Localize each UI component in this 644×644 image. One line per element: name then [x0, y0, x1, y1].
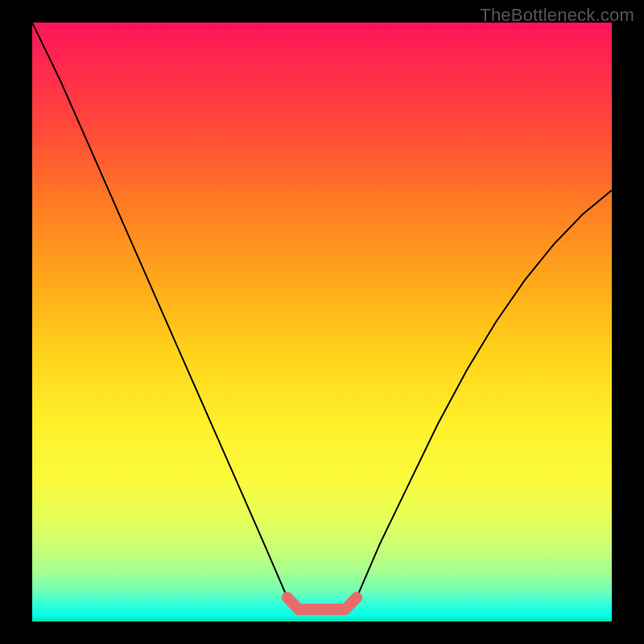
bottleneck-curve: [32, 23, 612, 609]
chart-frame: TheBottleneck.com: [0, 0, 644, 644]
watermark-text: TheBottleneck.com: [480, 5, 634, 26]
chart-svg: [32, 23, 612, 621]
highlight-valley: [287, 597, 357, 609]
plot-area: [32, 23, 612, 621]
